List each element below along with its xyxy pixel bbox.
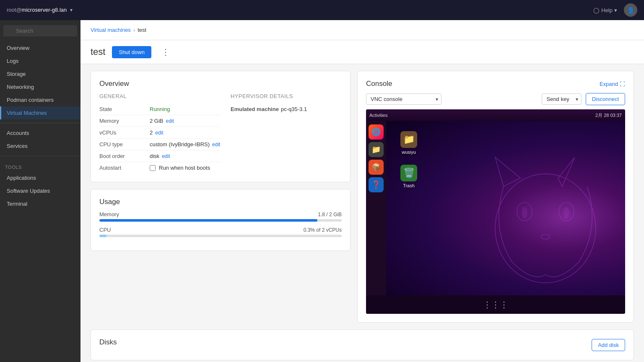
more-options-button[interactable]: ⋮ — [158, 45, 173, 59]
vnc-screen[interactable]: Activities 2月 28 03:37 🌐 📁 📦 ❓ — [366, 109, 625, 314]
memory-progress-fill — [99, 219, 317, 222]
console-title: Console — [366, 80, 392, 88]
root-label: root@ — [7, 7, 22, 13]
vcpus-value: 2 — [150, 129, 153, 136]
sidebar-item-networking[interactable]: Networking — [0, 80, 80, 93]
disks-card: Disks Add disk — [91, 329, 634, 360]
overview-hypervisor-section: Hypervisor details Emulated machine pc-q… — [221, 93, 342, 173]
overview-row-memory: Memory 2 GiB edit — [99, 115, 221, 127]
disks-card-title: Disks — [99, 338, 117, 346]
search-wrapper: 🔍 — [3, 25, 77, 36]
overview-general-section: General State Running Memory 2 GiB — [99, 93, 221, 173]
sidebar-item-terminal[interactable]: Terminal — [0, 197, 80, 210]
svg-point-7 — [564, 207, 569, 219]
boot-order-value-group: disk edit — [150, 153, 170, 159]
overview-card: Overview General State Running — [91, 71, 351, 182]
sidebar-item-overview[interactable]: Overview — [0, 41, 80, 54]
vnc-workspace: 📁 wusiyu 🗑️ Trash — [386, 121, 625, 295]
vcpus-edit-link[interactable]: edit — [155, 130, 163, 136]
main-header: Virtual machines › test — [80, 20, 644, 40]
overview-row-state: State Running — [99, 103, 221, 115]
svg-marker-1 — [495, 157, 520, 186]
memory-usage-label-row: Memory 1.8 / 2 GiB — [99, 211, 342, 217]
app-grid-icon[interactable]: ⋮⋮⋮ — [483, 300, 508, 310]
memory-value-group: 2 GiB edit — [150, 118, 174, 124]
dock-firefox-icon[interactable]: 🌐 — [369, 124, 384, 140]
sidebar-item-label: Podman containers — [7, 97, 54, 103]
overview-card-title: Overview — [99, 80, 342, 88]
emulated-machine-value: pc-q35-3.1 — [281, 106, 307, 112]
memory-label: Memory — [99, 118, 150, 124]
autostart-label: Autostart — [99, 165, 150, 171]
overview-row-vcpus: vCPUs 2 edit — [99, 127, 221, 139]
sidebar-item-label: Virtual Machines — [7, 110, 47, 116]
cpu-type-edit-link[interactable]: edit — [212, 142, 220, 147]
tools-section-label: Tools — [0, 160, 80, 171]
add-disk-button[interactable]: Add disk — [592, 339, 625, 351]
help-button[interactable]: ◯ Help ▾ — [593, 7, 617, 13]
sidebar-item-software-updates[interactable]: Software Updates — [0, 184, 80, 197]
hostname-label: microserver-g8.lan — [22, 7, 67, 13]
sidebar-item-storage[interactable]: Storage — [0, 67, 80, 80]
overview-row-autostart: Autostart Run when host boots — [99, 162, 221, 173]
console-card: Console Expand ⛶ VNC console — [357, 71, 634, 323]
memory-usage-value: 1.8 / 2 GiB — [318, 212, 342, 217]
memory-usage-section: Memory 1.8 / 2 GiB — [99, 211, 342, 222]
sidebar-item-services[interactable]: Services — [0, 140, 80, 153]
desktop-icon-wusiyu[interactable]: 📁 wusiyu — [399, 129, 419, 156]
vnc-console-select[interactable]: VNC console — [366, 93, 441, 105]
user-avatar[interactable]: 👤 — [624, 3, 637, 17]
disconnect-button[interactable]: Disconnect — [586, 93, 625, 105]
fox-art — [478, 145, 613, 287]
hostname-display: root@microserver-g8.lan — [7, 7, 67, 14]
dock-help-icon[interactable]: ❓ — [369, 177, 384, 192]
hostname-dropdown-chevron[interactable]: ▾ — [70, 7, 73, 13]
sidebar-item-applications[interactable]: Applications — [0, 171, 80, 184]
help-chevron-icon: ▾ — [614, 7, 617, 13]
boot-order-value: disk — [150, 153, 159, 159]
autostart-row: Run when host boots — [150, 165, 210, 171]
memory-progress-bg — [99, 219, 342, 222]
cpu-progress-bg — [99, 235, 342, 237]
vnc-select-wrapper: VNC console — [366, 93, 441, 105]
overview-row-cpu-type: CPU type custom (IvyBridge-IBRS) edit — [99, 139, 221, 150]
state-label: State — [99, 106, 150, 112]
desktop-icon-trash[interactable]: 🗑️ Trash — [399, 163, 419, 190]
help-label: Help — [601, 7, 613, 13]
expand-button[interactable]: Expand ⛶ — [600, 81, 625, 87]
console-controls: VNC console Send key ▾ Disconnect — [366, 93, 625, 105]
usage-card: Usage Memory 1.8 / 2 GiB CPU 0. — [91, 189, 351, 251]
vcpus-value-group: 2 edit — [150, 129, 164, 136]
dock-files-icon[interactable]: 📁 — [369, 142, 384, 157]
sidebar-item-label: Networking — [7, 84, 34, 90]
sidebar-item-virtual-machines[interactable]: Virtual Machines — [0, 106, 80, 119]
breadcrumb-parent-link[interactable]: Virtual machines — [91, 27, 131, 33]
vnc-datetime: 2月 28 03:37 — [595, 112, 622, 119]
search-input[interactable] — [3, 25, 77, 36]
main-content: Virtual machines › test test Shut down ⋮… — [80, 20, 644, 362]
left-column: Overview General State Running — [91, 71, 351, 323]
hypervisor-section-title: Hypervisor details — [231, 93, 342, 99]
sidebar-item-accounts[interactable]: Accounts — [0, 127, 80, 140]
vnc-taskbar: Activities 2月 28 03:37 — [366, 109, 625, 121]
cpu-type-label: CPU type — [99, 141, 150, 147]
sidebar-item-podman[interactable]: Podman containers — [0, 93, 80, 106]
disks-area: Disks Add disk — [80, 329, 644, 362]
vcpus-label: vCPUs — [99, 129, 150, 136]
memory-edit-link[interactable]: edit — [166, 118, 174, 124]
dock-apt-icon[interactable]: 📦 — [369, 160, 384, 175]
memory-usage-label: Memory — [99, 211, 119, 217]
overview-row-emulated: Emulated machine pc-q35-3.1 — [231, 103, 342, 115]
sidebar-item-label: Services — [7, 143, 28, 149]
send-key-label: Send key — [546, 96, 569, 102]
send-key-button[interactable]: Send key — [542, 93, 581, 105]
question-circle-icon: ◯ — [593, 7, 600, 13]
sidebar-item-logs[interactable]: Logs — [0, 54, 80, 67]
autostart-checkbox[interactable] — [150, 165, 156, 171]
boot-order-edit-link[interactable]: edit — [162, 153, 170, 159]
boot-order-label: Boot order — [99, 153, 150, 159]
sidebar-item-label: Terminal — [7, 201, 27, 207]
wusiyu-icon-label: wusiyu — [402, 150, 416, 155]
breadcrumb-separator: › — [133, 27, 135, 33]
shutdown-button[interactable]: Shut down — [112, 46, 151, 58]
